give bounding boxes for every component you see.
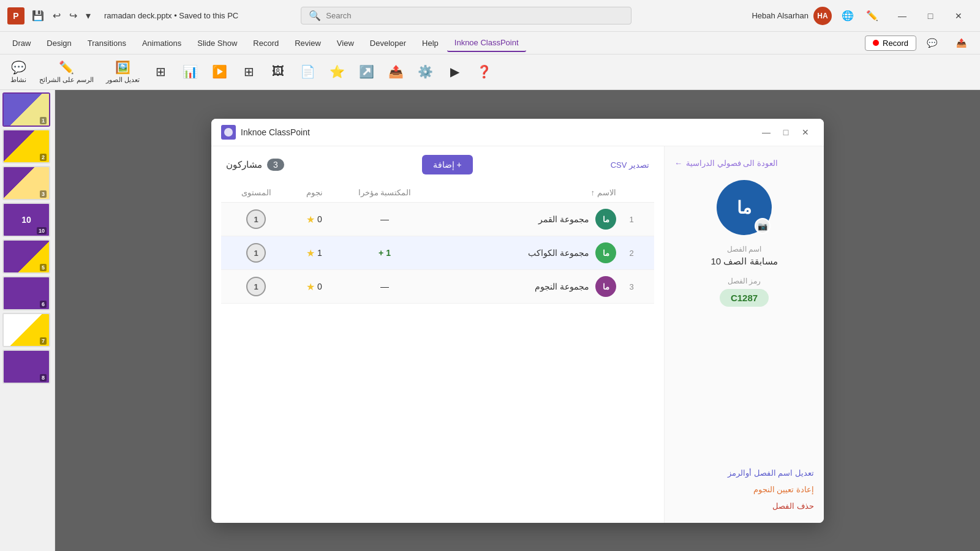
dialog-titlebar: Inknoe ClassPoint — □ ✕ — [211, 119, 824, 146]
level-circle-2: 1 — [246, 243, 266, 263]
save-button[interactable]: 💾 — [29, 7, 47, 24]
search-bar[interactable]: 🔍 — [301, 7, 631, 24]
maximize-button[interactable]: □ — [916, 5, 944, 27]
level-badge-3: 1 — [228, 277, 284, 296]
slide-thumb-1[interactable]: 1 — [2, 92, 50, 127]
sort-icon: ↑ — [591, 188, 595, 197]
tab-view[interactable]: View — [330, 35, 361, 51]
tab-inknoe[interactable]: Inknoe ClassPoint — [447, 34, 526, 52]
help-icon: ❓ — [477, 64, 492, 79]
add-participant-button[interactable]: + إضافة — [422, 155, 473, 174]
dialog-logo — [221, 125, 236, 140]
quick-access-toolbar: 💾 ↩ ↪ ▾ — [29, 7, 93, 24]
tool-chart[interactable]: 📊 — [176, 62, 203, 83]
slide-thumb-7[interactable]: 7 — [2, 313, 50, 347]
close-button[interactable]: ✕ — [944, 5, 973, 27]
pen-icon[interactable]: ✏️ — [864, 7, 881, 24]
camera-icon[interactable]: 📷 — [755, 218, 771, 234]
edit-class-link[interactable]: تعديل اسم الفصل أوالرمز — [728, 468, 814, 478]
tab-draw[interactable]: Draw — [5, 35, 38, 51]
minimize-button[interactable]: — — [888, 5, 916, 27]
star-icon-3: ★ — [306, 281, 315, 293]
participant-avatar-2: ما — [595, 242, 616, 263]
redo-button[interactable]: ↪ — [67, 7, 80, 24]
tool-export[interactable]: ↗️ — [353, 62, 380, 83]
table-row[interactable]: 3 ما مجموعة النجوم — 0 ★ — [221, 270, 654, 304]
level-badge-2: 1 — [228, 243, 284, 263]
dialog-window-controls: — □ ✕ — [758, 125, 814, 140]
tab-design[interactable]: Design — [39, 35, 78, 51]
powerpoint-logo: P — [7, 7, 24, 24]
slide-thumb-6[interactable]: 6 — [2, 276, 50, 310]
tab-help[interactable]: Help — [415, 35, 446, 51]
tool-layout[interactable]: ⊞ — [235, 62, 262, 83]
slide-thumb-5[interactable]: 5 — [2, 239, 50, 274]
csv-export-button[interactable]: تصدير CSV — [611, 160, 649, 170]
star-icon-2: ★ — [306, 247, 315, 259]
participants-header: تصدير CSV + إضافة 3 مشاركون — [211, 146, 664, 183]
tab-record[interactable]: Record — [246, 35, 286, 51]
layout-icon: ⊞ — [244, 64, 254, 79]
tool-present[interactable]: ▶ — [441, 62, 468, 83]
dialog-minimize-button[interactable]: — — [758, 125, 775, 140]
tool-settings[interactable]: ⚙️ — [412, 62, 439, 83]
present-icon: ▶ — [450, 64, 459, 79]
back-link[interactable]: العودة الى فصولي الدراسية ← — [674, 159, 814, 168]
tab-review[interactable]: Review — [287, 35, 328, 51]
class-name: مسابقة الصف 10 — [710, 256, 777, 267]
tool-play[interactable]: ▶️ — [206, 62, 233, 83]
participants-count: 3 مشاركون — [226, 159, 284, 171]
tool-activity[interactable]: 💬 نشاط — [5, 58, 32, 86]
tab-slideshow[interactable]: Slide Show — [190, 35, 244, 51]
inknoe-dialog: Inknoe ClassPoint — □ ✕ تصدير CSV — [211, 119, 824, 523]
draw-icon: ✏️ — [59, 60, 74, 75]
dialog-close-button[interactable]: ✕ — [797, 125, 814, 140]
ribbon: Draw Design Transitions Animations Slide… — [0, 32, 980, 54]
tool-image[interactable]: 🖼️ تعديل الصور — [101, 58, 145, 86]
tool-upload[interactable]: 📤 — [382, 62, 409, 83]
slide-thumb-8[interactable]: 8 — [2, 350, 50, 384]
slide-thumb-10[interactable]: 10 10 — [2, 203, 50, 237]
tab-developer[interactable]: Developer — [363, 35, 413, 51]
count-badge: 3 — [267, 159, 284, 171]
tab-transitions[interactable]: Transitions — [80, 35, 134, 51]
ribbon-tools: 💬 نشاط ✏️ الرسم على الشرائح 🖼️ تعديل الص… — [0, 54, 980, 90]
grid-icon: ⊞ — [156, 64, 166, 79]
back-arrow-icon: ← — [674, 159, 682, 168]
tab-animations[interactable]: Animations — [135, 35, 189, 51]
slide-thumb-2[interactable]: 2 — [2, 129, 50, 163]
svg-point-0 — [224, 128, 233, 137]
undo-button[interactable]: ↩ — [50, 7, 63, 24]
record-button[interactable]: Record — [865, 36, 916, 51]
row-num-1: 1 — [616, 215, 647, 224]
dialog-maximize-button[interactable]: □ — [777, 125, 794, 140]
reset-stars-link[interactable]: إعادة تعيين النجوم — [753, 485, 814, 494]
col-stars-header: نجوم — [284, 188, 345, 197]
network-icon[interactable]: 🌐 — [839, 7, 856, 24]
tool-help[interactable]: ❓ — [470, 62, 497, 83]
row-num-3: 3 — [616, 282, 647, 291]
table-row[interactable]: 2 ما مجموعة الكواكب 1 + 1 ★ — [221, 236, 654, 270]
user-avatar: HA — [813, 7, 832, 25]
tool-doc[interactable]: 📄 — [294, 62, 321, 83]
modal-overlay: Inknoe ClassPoint — □ ✕ تصدير CSV — [55, 90, 980, 551]
customize-button[interactable]: ▾ — [83, 7, 93, 24]
tool-star[interactable]: ⭐ — [323, 62, 350, 83]
tool-grid[interactable]: ⊞ — [147, 62, 174, 83]
star-icon: ⭐ — [330, 64, 345, 79]
tool-draw[interactable]: ✏️ الرسم على الشرائح — [34, 58, 99, 86]
slide-thumb-3[interactable]: 3 — [2, 166, 50, 200]
row-num-2: 2 — [616, 249, 647, 258]
comments-button[interactable]: 💬 — [918, 32, 946, 54]
class-actions: تعديل اسم الفصل أوالرمز إعادة تعيين النج… — [674, 468, 814, 511]
tool-photo[interactable]: 🖼 — [265, 62, 292, 82]
doc-icon: 📄 — [300, 64, 315, 79]
search-input[interactable] — [326, 11, 624, 20]
record-dot — [873, 40, 879, 46]
delete-class-link[interactable]: حذف الفصل — [772, 501, 814, 511]
class-name-label: اسم الفصل — [727, 245, 761, 253]
stars-val-2: 1 ★ — [284, 247, 345, 259]
share-button[interactable]: 📤 — [947, 32, 975, 54]
table-row[interactable]: 1 ما مجموعة القمر — 0 ★ — [221, 203, 654, 236]
chart-icon: 📊 — [183, 64, 198, 79]
